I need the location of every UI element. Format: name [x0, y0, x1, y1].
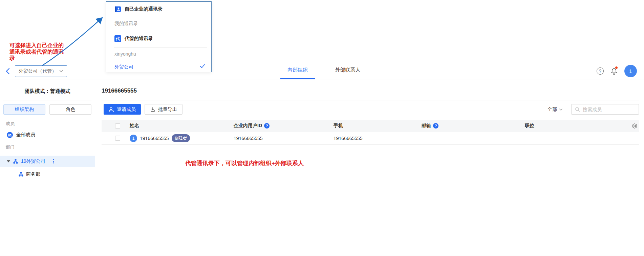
team-mode-label: 团队模式：普通模式 — [0, 88, 95, 95]
company-selector-label: 外贸公司（代管） — [19, 68, 57, 74]
org-icon — [13, 159, 18, 164]
chevron-left-icon — [5, 67, 10, 75]
chevron-down-icon — [559, 109, 563, 111]
check-icon — [200, 64, 205, 68]
divider — [3, 100, 91, 100]
addressbook-switcher-panel: 自己企业的通讯录 我的通讯录 代 代管的通讯录 xinyonghu 外贸公司 — [106, 1, 212, 72]
managed-section-header: 代 代管的通讯录 — [114, 35, 153, 42]
question-help-icon[interactable]: ? — [433, 123, 438, 129]
tab-internal-org[interactable]: 内部组织 — [280, 67, 315, 79]
header-checkbox-cell — [102, 123, 130, 129]
member-name: 19166665555 — [140, 136, 169, 141]
topbar-icons: ? 1 — [597, 65, 637, 77]
divider — [114, 18, 207, 18]
batch-export-label: 批量导出 — [158, 106, 177, 113]
tree-item-department-child[interactable]: 商务部 — [19, 171, 95, 177]
header-email-label: 邮箱 — [422, 123, 431, 129]
page-title: 19166665555 — [102, 87, 137, 94]
page: 外贸公司（代管） 内部组织 外部联系人 ? — [0, 0, 644, 256]
top-bar: 外贸公司（代管） 内部组织 外部联系人 ? — [0, 0, 644, 79]
divider — [114, 47, 207, 48]
user-avatar-label: 1 — [629, 68, 632, 74]
row-phone-cell: 19166665555 — [334, 136, 422, 141]
header-settings-cell — [629, 123, 639, 129]
download-icon — [150, 107, 155, 112]
help-glyph: ? — [599, 68, 601, 74]
header-job-title-label: 职位 — [525, 123, 534, 128]
table-header-row: 姓名 企业内用户ID ? 手机 邮箱 ? 职位 — [102, 120, 639, 132]
batch-export-button[interactable]: 批量导出 — [145, 104, 183, 115]
header-job-title: 职位 — [525, 123, 629, 129]
menu-item-waimao-company[interactable]: 外贸公司 — [114, 64, 133, 70]
person-add-icon — [109, 107, 114, 112]
address-book-icon — [114, 6, 121, 13]
search-box — [571, 104, 639, 115]
user-avatar[interactable]: 1 — [624, 65, 637, 77]
chevron-down-icon — [59, 70, 63, 73]
departments-group-label: 部门 — [6, 144, 95, 150]
header-name: 姓名 — [130, 123, 234, 129]
header-email: 邮箱 ? — [422, 123, 525, 129]
org-icon — [19, 172, 23, 177]
company-selector[interactable]: 外贸公司（代管） — [15, 65, 67, 77]
help-icon[interactable]: ? — [597, 67, 604, 75]
notification-dot — [615, 66, 618, 69]
sidebar-toggle-group: 组织架构 角色 — [3, 104, 91, 115]
filter-dropdown[interactable]: 全部 — [548, 106, 563, 113]
row-checkbox-cell — [102, 136, 130, 141]
main-content: 19166665555 邀请成员 批量导出 全部 — [95, 79, 644, 256]
tree-expand-caret-icon[interactable] — [7, 160, 10, 162]
header-name-label: 姓名 — [130, 123, 139, 129]
tab-external-contacts[interactable]: 外部联系人 — [330, 67, 365, 79]
creator-badge: 创建者 — [172, 134, 190, 142]
select-all-checkbox[interactable] — [115, 123, 120, 129]
annotation-managed-hint: 代管通讯录下，可以管理内部组织+外部联系人 — [185, 159, 304, 167]
tree-item-department-root[interactable]: 19外贸公司 — [0, 156, 95, 167]
sidebar-item-all-members[interactable]: 全部成员 — [7, 132, 95, 138]
department-root-label: 19外贸公司 — [21, 158, 45, 164]
row-user-id-cell: 19166665555 — [234, 136, 334, 141]
toggle-roles[interactable]: 角色 — [49, 104, 91, 115]
toggle-org-structure[interactable]: 组织架构 — [3, 104, 45, 115]
members-group-label: 成员 — [6, 121, 95, 127]
back-button[interactable] — [5, 67, 12, 75]
member-phone: 19166665555 — [334, 136, 363, 141]
header-user-id: 企业内用户ID ? — [234, 123, 334, 129]
row-checkbox[interactable] — [115, 136, 120, 141]
managed-addressbook-icon: 代 — [114, 35, 121, 42]
header-user-id-label: 企业内用户ID — [234, 123, 262, 129]
sidebar: 团队模式：普通模式 组织架构 角色 成员 全部成员 部门 — [0, 79, 95, 256]
invite-member-button[interactable]: 邀请成员 — [104, 104, 141, 115]
menu-item-my-addressbook[interactable]: 我的通讯录 — [114, 21, 138, 27]
people-icon — [7, 132, 13, 138]
member-user-id: 19166665555 — [234, 136, 263, 141]
org-tabs: 内部组织 外部联系人 — [280, 67, 365, 79]
notification-bell-icon[interactable] — [610, 67, 618, 75]
annotation-select-hint: 可选择进入自己企业的通讯录或者代管的通讯录 — [9, 42, 68, 61]
divider — [102, 100, 639, 100]
table-row[interactable]: 1 19166665555 创建者 19166665555 1916666555… — [102, 132, 639, 145]
column-settings-gear-icon[interactable] — [632, 123, 638, 129]
header-phone-label: 手机 — [334, 123, 343, 128]
all-members-label: 全部成员 — [16, 132, 35, 138]
more-options-icon[interactable] — [52, 158, 55, 164]
managed-section-title: 代管的通讯录 — [125, 36, 153, 42]
question-help-icon[interactable]: ? — [264, 123, 270, 129]
row-name-cell: 1 19166665555 创建者 — [130, 134, 234, 142]
search-input[interactable] — [583, 107, 635, 112]
menu-item-xinyonghu[interactable]: xinyonghu — [114, 51, 136, 57]
own-company-section-header: 自己企业的通讯录 — [114, 6, 163, 13]
search-icon — [575, 107, 580, 112]
own-company-section-title: 自己企业的通讯录 — [125, 6, 163, 12]
header-phone: 手机 — [334, 123, 422, 129]
department-child-label: 商务部 — [26, 171, 40, 177]
tab-internal-org-label: 内部组织 — [287, 67, 308, 73]
invite-member-label: 邀请成员 — [117, 106, 136, 113]
tab-external-contacts-label: 外部联系人 — [335, 67, 361, 73]
members-table: 姓名 企业内用户ID ? 手机 邮箱 ? 职位 — [102, 120, 639, 145]
filter-dropdown-label: 全部 — [548, 106, 557, 113]
member-avatar: 1 — [130, 135, 137, 142]
